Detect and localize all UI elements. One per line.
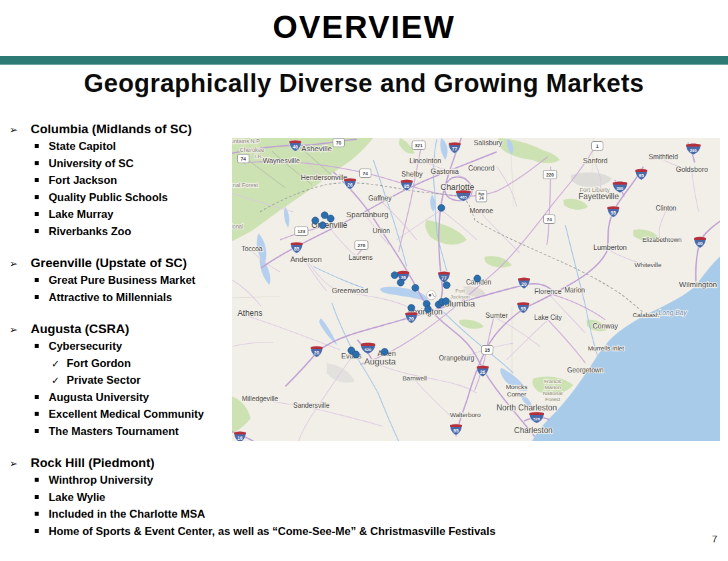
location-marker [408, 304, 415, 311]
us-route-shield-icon: 70 [333, 139, 345, 147]
map-label: Charlotte [441, 183, 475, 192]
square-bullet-icon [35, 512, 39, 516]
location-marker [381, 348, 388, 355]
svg-text:220: 220 [546, 173, 554, 177]
svg-text:74: 74 [479, 196, 484, 201]
svg-text:95: 95 [639, 173, 644, 178]
svg-text:95: 95 [521, 306, 526, 311]
map-label: Francis [544, 378, 561, 384]
map-label: Conway [593, 322, 619, 330]
square-bullet-icon [35, 395, 39, 399]
market-section: ➢Rock Hill (Piedmont)Winthrop University… [9, 454, 717, 540]
svg-text:123: 123 [297, 229, 305, 234]
list-item: Home of Sports & Event Center, as well a… [9, 523, 717, 540]
map-label: Gastonia [431, 167, 459, 175]
svg-text:77: 77 [441, 276, 447, 280]
map-label: Fayetteville [579, 192, 619, 201]
square-bullet-icon [35, 178, 39, 182]
square-bullet-icon [35, 344, 39, 348]
map-label: Jackson [450, 294, 469, 300]
square-bullet-icon [35, 429, 39, 433]
list-item: Lake Wylie [9, 489, 717, 506]
section-title: ➢Rock Hill (Piedmont) [9, 454, 717, 472]
map-label: Moncks [506, 383, 528, 390]
map-label: Spartanburg [346, 211, 388, 219]
map-label: I.R. [255, 153, 263, 159]
map-label: Lake City [534, 314, 562, 321]
location-marker [474, 275, 481, 282]
map-label: Georgetown [567, 366, 603, 374]
map-label: Athens [237, 308, 262, 318]
map-label: Murrells Inlet [588, 344, 625, 352]
arrow-bullet-icon: ➢ [9, 454, 18, 472]
page-number: 7 [712, 533, 717, 544]
svg-text:20: 20 [521, 282, 527, 286]
svg-text:40: 40 [697, 241, 703, 246]
map-label: nal Forest [233, 182, 258, 189]
us-route-shield-icon: 276 [355, 241, 368, 250]
map-label: Sanford [583, 157, 608, 165]
svg-text:95: 95 [453, 428, 459, 433]
map-canvas: AshevilleWaynesvilleHendersonvilleCharlo… [232, 138, 720, 441]
square-bullet-icon [35, 161, 39, 165]
location-marker [397, 279, 404, 286]
map-label: Union [373, 227, 390, 235]
svg-text:20: 20 [314, 350, 319, 355]
map-label: Salisbury [473, 139, 503, 147]
map-label: North Charleston [497, 403, 557, 412]
svg-text:520: 520 [365, 348, 372, 352]
map-label: Concord [468, 164, 495, 172]
svg-text:70: 70 [336, 141, 341, 145]
map-label: Lincolnton [409, 157, 441, 165]
list-item: Winthrop University [9, 472, 717, 489]
svg-text:321: 321 [415, 143, 423, 148]
svg-text:295: 295 [617, 187, 624, 191]
square-bullet-icon [35, 478, 39, 482]
columbia-poi-icon [427, 290, 436, 300]
map-label: Marion [545, 384, 561, 390]
svg-text:85: 85 [294, 247, 299, 251]
map-label: ional [232, 223, 243, 230]
square-bullet-icon [35, 195, 39, 199]
us-route-shield-icon: 1 [592, 142, 603, 151]
accent-divider-bar [0, 56, 728, 65]
page-title: OVERVIEW [0, 8, 728, 47]
map-label: Walterboro [450, 411, 481, 418]
map-label: untains N.P [232, 138, 260, 145]
svg-text:95: 95 [611, 211, 616, 215]
svg-text:295: 295 [690, 149, 697, 153]
location-marker [443, 298, 449, 304]
location-marker [353, 351, 359, 358]
check-bullet-icon: ✓ [51, 372, 60, 389]
map-label: Elizabethtown [642, 236, 681, 243]
map-label: Marion [565, 286, 585, 294]
square-bullet-icon [35, 529, 39, 533]
location-marker [425, 306, 431, 312]
svg-text:74: 74 [363, 171, 368, 176]
square-bullet-icon [35, 295, 39, 299]
us-route-shield-icon: 15 [482, 346, 493, 354]
svg-text:74: 74 [241, 157, 246, 161]
location-marker [412, 284, 419, 291]
square-bullet-icon [35, 144, 39, 148]
location-marker [319, 222, 326, 229]
svg-text:26: 26 [480, 370, 485, 374]
map-label: Hendersonville [301, 173, 347, 181]
svg-text:Byp: Byp [478, 193, 484, 196]
map-label: Laurens [349, 254, 373, 261]
square-bullet-icon [35, 212, 39, 216]
location-marker [443, 282, 450, 288]
list-item: Included in the Charlotte MSA [9, 506, 717, 523]
map-label: Gaffney [369, 195, 392, 202]
svg-text:16: 16 [237, 436, 243, 440]
square-bullet-icon [35, 229, 39, 233]
square-bullet-icon [35, 495, 39, 499]
svg-text:40: 40 [293, 145, 298, 149]
us-route-shield-icon: 74 [360, 169, 371, 178]
map-label: Fort [455, 288, 465, 294]
map-label: Wilmington [679, 280, 717, 288]
svg-text:85: 85 [404, 184, 409, 189]
map-label: Sandersville [293, 402, 330, 409]
market-map: AshevilleWaynesvilleHendersonvilleCharlo… [232, 138, 720, 441]
square-bullet-icon [35, 278, 39, 282]
